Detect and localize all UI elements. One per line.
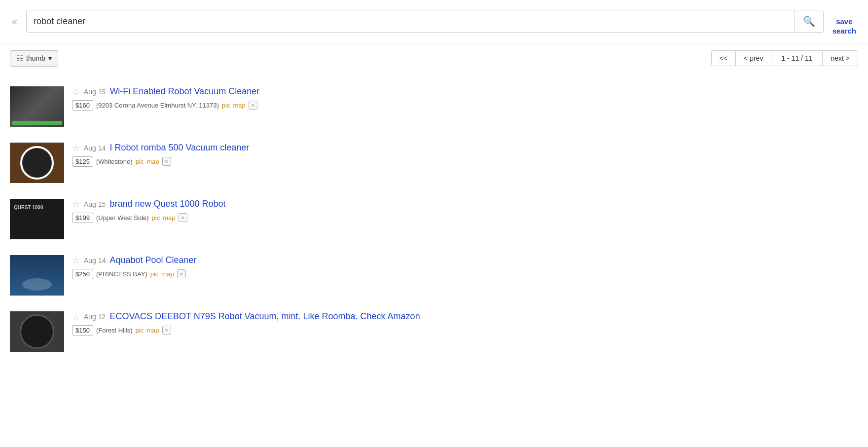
listing-details: $125 (Whitestone) pic map ×	[72, 156, 858, 167]
pagination: << < prev 1 - 11 / 11 next >	[711, 50, 858, 66]
first-page-button[interactable]: <<	[711, 50, 736, 66]
listing-date: Aug 12	[84, 313, 106, 321]
listing-thumbnail[interactable]	[10, 199, 64, 239]
save-search-button[interactable]: save search	[829, 5, 860, 38]
listing-price: $199	[72, 213, 93, 223]
view-toggle-button[interactable]: ☷ thumb ▾	[10, 50, 58, 67]
favorite-icon[interactable]: ☆	[72, 311, 80, 322]
listing-details: $150 (Forest Hills) pic map ×	[72, 325, 858, 335]
pic-link[interactable]: pic	[136, 327, 144, 334]
listing-details: $250 (PRINCESS BAY) pic map ×	[72, 269, 858, 279]
listing-price: $150	[72, 325, 93, 335]
listing-meta: ☆ Aug 14 Aquabot Pool Cleaner	[72, 255, 858, 266]
listing-location: (Forest Hills)	[96, 327, 133, 334]
listing-meta: ☆ Aug 15 brand new Quest 1000 Robot	[72, 199, 858, 210]
listing-location: (9203 Corona Avenue Elmhurst NY, 11373)	[96, 102, 219, 109]
listing-location: (Upper West Side)	[96, 214, 149, 222]
map-link[interactable]: map	[161, 270, 174, 278]
favorite-icon[interactable]: ☆	[72, 255, 80, 266]
pic-link[interactable]: pic	[136, 158, 144, 165]
favorite-icon[interactable]: ☆	[72, 199, 80, 210]
listing-info: ☆ Aug 12 ECOVACS DEEBOT N79S Robot Vacuu…	[72, 311, 858, 335]
listing-date: Aug 14	[84, 144, 106, 152]
pic-link[interactable]: pic	[152, 214, 160, 222]
map-link[interactable]: map	[146, 327, 159, 334]
listing-title[interactable]: I Robot romba 500 Vacuum cleaner	[109, 143, 249, 153]
remove-button[interactable]: ×	[162, 326, 171, 335]
listing-meta: ☆ Aug 14 I Robot romba 500 Vacuum cleane…	[72, 143, 858, 153]
listings-container: ☆ Aug 15 Wi-Fi Enabled Robot Vacuum Clea…	[0, 74, 868, 365]
remove-button[interactable]: ×	[177, 269, 186, 278]
view-label: thumb	[26, 54, 45, 62]
listing-info: ☆ Aug 15 Wi-Fi Enabled Robot Vacuum Clea…	[72, 86, 858, 111]
list-item: ☆ Aug 14 I Robot romba 500 Vacuum cleane…	[10, 135, 858, 191]
grid-icon: ☷	[16, 54, 23, 63]
toolbar: ☷ thumb ▾ << < prev 1 - 11 / 11 next >	[0, 43, 868, 74]
search-icon: 🔍	[803, 16, 815, 27]
listing-info: ☆ Aug 15 brand new Quest 1000 Robot $199…	[72, 199, 858, 223]
listing-info: ☆ Aug 14 I Robot romba 500 Vacuum cleane…	[72, 143, 858, 167]
listing-meta: ☆ Aug 15 Wi-Fi Enabled Robot Vacuum Clea…	[72, 86, 858, 97]
listing-thumbnail[interactable]	[10, 255, 64, 296]
search-bar: 🔍	[26, 10, 824, 33]
listing-meta: ☆ Aug 12 ECOVACS DEEBOT N79S Robot Vacuu…	[72, 311, 858, 322]
listing-price: $250	[72, 269, 93, 279]
listing-thumbnail[interactable]	[10, 86, 64, 127]
header: « 🔍 save search	[0, 0, 868, 43]
listing-details: $160 (9203 Corona Avenue Elmhurst NY, 11…	[72, 100, 858, 111]
listing-thumbnail[interactable]	[10, 311, 64, 352]
listing-date: Aug 14	[84, 257, 106, 264]
list-item: ☆ Aug 15 Wi-Fi Enabled Robot Vacuum Clea…	[10, 78, 858, 135]
listing-location: (PRINCESS BAY)	[96, 270, 147, 278]
remove-button[interactable]: ×	[179, 213, 187, 222]
back-button[interactable]: «	[8, 14, 21, 29]
search-button[interactable]: 🔍	[795, 10, 823, 32]
listing-details: $199 (Upper West Side) pic map ×	[72, 213, 858, 223]
favorite-icon[interactable]: ☆	[72, 143, 80, 153]
favorite-icon[interactable]: ☆	[72, 86, 80, 97]
listing-date: Aug 15	[84, 88, 106, 96]
listing-title[interactable]: Aquabot Pool Cleaner	[109, 255, 196, 265]
list-item: ☆ Aug 14 Aquabot Pool Cleaner $250 (PRIN…	[10, 247, 858, 303]
list-item: ☆ Aug 12 ECOVACS DEEBOT N79S Robot Vacuu…	[10, 303, 858, 360]
listing-title[interactable]: ECOVACS DEEBOT N79S Robot Vacuum, mint. …	[109, 311, 420, 322]
next-page-button[interactable]: next >	[822, 50, 858, 66]
listing-title[interactable]: brand new Quest 1000 Robot	[109, 199, 225, 209]
remove-button[interactable]: ×	[162, 157, 171, 166]
listing-title[interactable]: Wi-Fi Enabled Robot Vacuum Cleaner	[109, 86, 259, 97]
listing-location: (Whitestone)	[96, 158, 133, 165]
listing-price: $160	[72, 100, 93, 111]
listing-info: ☆ Aug 14 Aquabot Pool Cleaner $250 (PRIN…	[72, 255, 858, 279]
listing-thumbnail[interactable]	[10, 143, 64, 183]
pic-link[interactable]: pic	[222, 102, 230, 109]
search-input[interactable]	[27, 11, 795, 32]
listing-date: Aug 15	[84, 200, 106, 208]
listing-price: $125	[72, 156, 93, 167]
remove-button[interactable]: ×	[249, 101, 257, 110]
map-link[interactable]: map	[233, 102, 245, 109]
map-link[interactable]: map	[163, 214, 175, 222]
list-item: ☆ Aug 15 brand new Quest 1000 Robot $199…	[10, 191, 858, 247]
page-info: 1 - 11 / 11	[771, 50, 822, 66]
prev-page-button[interactable]: < prev	[736, 50, 771, 66]
dropdown-icon: ▾	[48, 54, 52, 62]
pic-link[interactable]: pic	[150, 270, 159, 278]
map-link[interactable]: map	[146, 158, 159, 165]
